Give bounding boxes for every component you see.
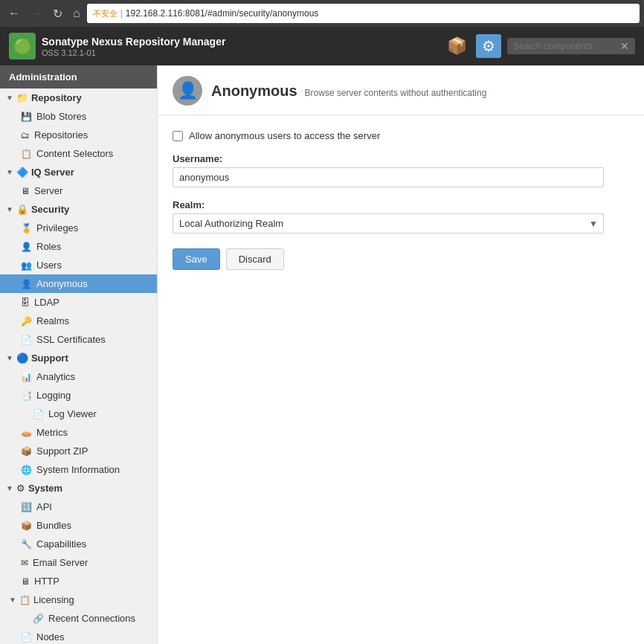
sidebar-item-email-server[interactable]: ✉ Email Server [0, 553, 157, 572]
ldap-icon: 🗄 [21, 297, 30, 308]
sidebar-header: Administration [0, 65, 157, 88]
repositories-label: Repositories [34, 129, 88, 141]
iq-collapse-icon: ▼ [6, 168, 13, 176]
sidebar: Administration ▼ 📁 Repository 💾 Blob Sto… [0, 65, 158, 644]
sidebar-item-nodes[interactable]: 📄 Nodes [0, 628, 157, 644]
header-actions: 📦 ⚙ ✕ [444, 33, 635, 59]
content-selectors-icon: 📋 [21, 149, 32, 159]
refresh-button[interactable]: ↻ [49, 5, 66, 22]
roles-label: Roles [36, 241, 61, 252]
sidebar-item-realms[interactable]: 🔑 Realms [0, 312, 157, 330]
sidebar-item-repositories[interactable]: 🗂 Repositories [0, 126, 157, 144]
privileges-icon: 🏅 [21, 223, 32, 234]
iq-server-icon: 🔷 [16, 167, 28, 178]
sidebar-group-support[interactable]: ▼ 🔵 Support [0, 349, 157, 367]
content-selectors-label: Content Selectors [36, 148, 113, 159]
sidebar-item-api[interactable]: 🔢 API [0, 498, 157, 516]
sidebar-item-bundles[interactable]: 📦 Bundles [0, 516, 157, 535]
sidebar-item-server[interactable]: 🖥 Server [0, 181, 157, 200]
discard-button[interactable]: Discard [226, 248, 284, 270]
log-viewer-label: Log Viewer [48, 408, 97, 419]
forward-button[interactable]: → [27, 5, 46, 22]
sidebar-item-licensing[interactable]: ▼ 📋 Licensing [0, 590, 157, 609]
analytics-icon: 📊 [21, 372, 32, 382]
api-label: API [36, 501, 52, 512]
privileges-label: Privileges [36, 222, 78, 234]
realm-select-wrapper: Local Authorizing Realm ▼ [173, 213, 604, 234]
address-separator: | [120, 8, 123, 19]
system-info-label: System Information [36, 464, 120, 475]
metrics-icon: 🥧 [21, 428, 32, 438]
sidebar-item-roles[interactable]: 👤 Roles [0, 237, 157, 256]
support-zip-icon: 📦 [21, 446, 32, 457]
save-button[interactable]: Save [173, 248, 220, 270]
anonymous-access-checkbox[interactable] [173, 131, 183, 141]
sidebar-item-users[interactable]: 👥 Users [0, 256, 157, 274]
back-button[interactable]: ← [4, 5, 24, 22]
iq-server-label: IQ Server [31, 167, 74, 178]
logo-icon: 🟢 [9, 33, 36, 59]
sidebar-group-system[interactable]: ▼ ⚙ System [0, 479, 157, 498]
settings-button[interactable]: ⚙ [476, 34, 501, 58]
blob-stores-icon: 💾 [21, 112, 32, 122]
sidebar-item-analytics[interactable]: 📊 Analytics [0, 367, 157, 386]
sidebar-item-logging[interactable]: 📑 Logging [0, 386, 157, 405]
bundles-label: Bundles [36, 520, 71, 531]
sidebar-group-security[interactable]: ▼ 🔒 Security [0, 200, 157, 219]
security-label: Security [31, 204, 69, 215]
search-clear-button[interactable]: ✕ [620, 40, 629, 52]
sidebar-item-capabilities[interactable]: 🔧 Capabilities [0, 535, 157, 553]
system-group-icon: ⚙ [16, 483, 25, 494]
cube-button[interactable]: 📦 [444, 33, 470, 59]
username-input[interactable] [173, 167, 604, 187]
licensing-label: Licensing [33, 594, 74, 605]
server-icon: 🖥 [21, 186, 30, 196]
sidebar-item-log-viewer[interactable]: 📄 Log Viewer [0, 405, 157, 423]
sidebar-item-ldap[interactable]: 🗄 LDAP [0, 293, 157, 312]
capabilities-label: Capabilities [36, 538, 86, 550]
server-label: Server [34, 185, 62, 196]
recent-connections-label: Recent Connections [48, 613, 135, 624]
ssl-icon: 📄 [21, 335, 32, 345]
search-input[interactable] [513, 41, 617, 51]
security-collapse-icon: ▼ [6, 205, 13, 213]
nodes-label: Nodes [36, 631, 65, 643]
system-collapse-icon: ▼ [6, 484, 13, 492]
email-server-label: Email Server [33, 557, 88, 568]
realms-icon: 🔑 [21, 316, 32, 326]
main-layout: Administration ▼ 📁 Repository 💾 Blob Sto… [0, 65, 644, 644]
sidebar-item-ssl-certificates[interactable]: 📄 SSL Certificates [0, 330, 157, 349]
sidebar-item-recent-connections[interactable]: 🔗 Recent Connections [0, 609, 157, 628]
checkbox-row: Allow anonymous users to access the serv… [173, 130, 629, 141]
page-subtitle: Browse server contents without authentic… [305, 88, 487, 98]
repository-label: Repository [31, 92, 82, 103]
address-bar[interactable]: 不安全 | 192.168.2.116:8081/#admin/security… [87, 4, 640, 23]
page-title: Anonymous [211, 83, 297, 100]
app-title-block: Sonatype Nexus Repository Manager OSS 3.… [42, 35, 225, 57]
sidebar-item-blob-stores[interactable]: 💾 Blob Stores [0, 107, 157, 126]
sidebar-item-anonymous[interactable]: 👤 Anonymous [0, 274, 157, 293]
security-group-icon: 🔒 [16, 204, 28, 215]
sidebar-item-http[interactable]: 🖥 HTTP [0, 572, 157, 590]
realm-select[interactable]: Local Authorizing Realm [173, 213, 604, 234]
avatar-icon: 👤 [178, 81, 198, 100]
logging-label: Logging [36, 390, 71, 401]
sidebar-item-privileges[interactable]: 🏅 Privileges [0, 219, 157, 237]
support-label: Support [31, 352, 68, 364]
browser-topbar: ← → ↻ ⌂ 不安全 | 192.168.2.116:8081/#admin/… [0, 0, 644, 27]
logo-box: 🟢 Sonatype Nexus Repository Manager OSS … [9, 33, 225, 59]
support-group-icon: 🔵 [16, 352, 28, 364]
users-icon: 👥 [21, 260, 32, 271]
sidebar-item-metrics[interactable]: 🥧 Metrics [0, 423, 157, 442]
sidebar-group-iq-server[interactable]: ▼ 🔷 IQ Server [0, 163, 157, 181]
sidebar-group-repository[interactable]: ▼ 📁 Repository [0, 88, 157, 107]
form-area: Allow anonymous users to access the serv… [158, 115, 644, 285]
blob-stores-label: Blob Stores [36, 111, 86, 122]
sidebar-item-support-zip[interactable]: 📦 Support ZIP [0, 442, 157, 460]
app-header: 🟢 Sonatype Nexus Repository Manager OSS … [0, 27, 644, 65]
home-button[interactable]: ⌂ [69, 5, 84, 22]
search-box: ✕ [507, 38, 635, 54]
sidebar-item-system-information[interactable]: 🌐 System Information [0, 460, 157, 479]
sidebar-item-content-selectors[interactable]: 📋 Content Selectors [0, 144, 157, 163]
http-icon: 🖥 [21, 576, 30, 587]
